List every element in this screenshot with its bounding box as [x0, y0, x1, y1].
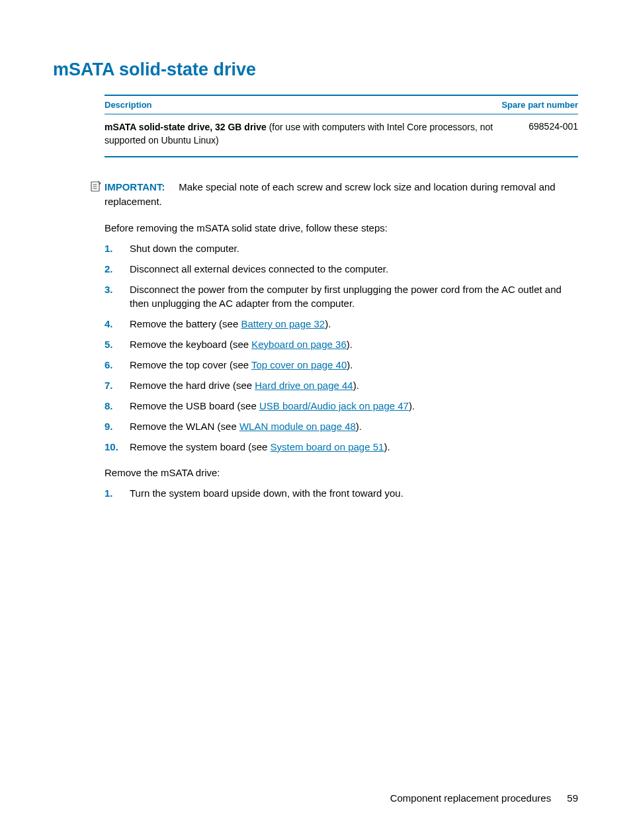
footer-page-number: 59	[567, 792, 578, 804]
step-text: Turn the system board upside down, with …	[130, 487, 403, 499]
footer-section-name: Component replacement procedures	[390, 792, 551, 804]
col-header-description: Description	[105, 100, 152, 110]
cross-reference-link[interactable]: WLAN module on page 48	[239, 421, 356, 432]
steps-list-1: Shut down the computer.Disconnect all ex…	[105, 241, 578, 454]
parts-table: Description Spare part number mSATA soli…	[105, 95, 578, 157]
cross-reference-link[interactable]: System board on page 51	[271, 441, 384, 452]
page-container: mSATA solid-state drive Description Spar…	[0, 0, 631, 840]
step-text-suffix: ).	[353, 380, 359, 391]
steps-list-2: Turn the system board upside down, with …	[105, 486, 578, 500]
list-item: Remove the WLAN (see WLAN module on page…	[105, 419, 578, 433]
cell-description: mSATA solid-state drive, 32 GB drive (fo…	[105, 121, 528, 147]
page-footer: Component replacement procedures 59	[390, 792, 578, 804]
step-text: Remove the top cover (see	[130, 359, 251, 370]
list-item: Shut down the computer.	[105, 241, 578, 255]
note-icon	[90, 181, 102, 192]
desc-bold: mSATA solid-state drive, 32 GB drive	[105, 122, 267, 132]
col-header-spare: Spare part number	[501, 100, 578, 110]
cross-reference-link[interactable]: Hard drive on page 44	[255, 380, 353, 391]
step-text: Remove the keyboard (see	[130, 339, 251, 350]
important-label: IMPORTANT:	[105, 181, 165, 192]
step-text-suffix: ).	[347, 339, 353, 350]
list-item: Remove the USB board (see USB board/Audi…	[105, 399, 578, 413]
list-item: Remove the hard drive (see Hard drive on…	[105, 378, 578, 392]
step-text: Shut down the computer.	[130, 243, 239, 254]
cross-reference-link[interactable]: Keyboard on page 36	[251, 339, 346, 350]
step-text-suffix: ).	[409, 400, 415, 411]
intro-text-1: Before removing the mSATA solid state dr…	[105, 221, 578, 235]
cell-spare: 698524-001	[528, 121, 578, 132]
step-text: Remove the hard drive (see	[130, 380, 255, 391]
step-text-suffix: ).	[356, 421, 362, 432]
list-item: Remove the keyboard (see Keyboard on pag…	[105, 337, 578, 351]
list-item: Remove the battery (see Battery on page …	[105, 317, 578, 331]
cross-reference-link[interactable]: Top cover on page 40	[251, 359, 347, 370]
list-item: Remove the system board (see System boar…	[105, 440, 578, 454]
list-item: Disconnect the power from the computer b…	[105, 282, 578, 310]
cross-reference-link[interactable]: USB board/Audio jack on page 47	[259, 400, 409, 411]
cross-reference-link[interactable]: Battery on page 32	[241, 318, 325, 329]
list-item: Disconnect all external devices connecte…	[105, 262, 578, 276]
table-header-row: Description Spare part number	[105, 96, 578, 114]
list-item: Remove the top cover (see Top cover on p…	[105, 358, 578, 372]
step-text: Remove the system board (see	[130, 441, 271, 452]
step-text: Remove the battery (see	[130, 318, 241, 329]
step-text-suffix: ).	[347, 359, 353, 370]
intro-text-2: Remove the mSATA drive:	[105, 466, 578, 480]
step-text: Disconnect all external devices connecte…	[130, 263, 388, 274]
step-text: Remove the USB board (see	[130, 400, 259, 411]
important-note: IMPORTANT: Make special note of each scr…	[91, 180, 578, 209]
step-text-suffix: ).	[325, 318, 331, 329]
step-text-suffix: ).	[384, 441, 390, 452]
section-heading: mSATA solid-state drive	[53, 60, 578, 80]
table-row: mSATA solid-state drive, 32 GB drive (fo…	[105, 114, 578, 156]
list-item: Turn the system board upside down, with …	[105, 486, 578, 500]
step-text: Disconnect the power from the computer b…	[130, 284, 562, 309]
step-text: Remove the WLAN (see	[130, 421, 239, 432]
